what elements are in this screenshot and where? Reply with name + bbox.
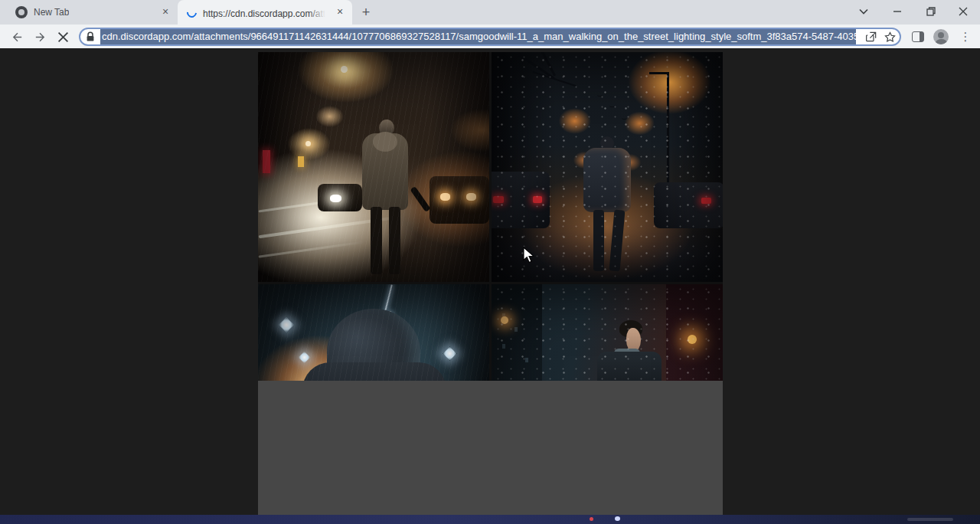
stop-loading-button[interactable] bbox=[53, 27, 73, 47]
close-tab-icon[interactable]: × bbox=[334, 6, 346, 18]
forward-button[interactable] bbox=[30, 27, 50, 47]
image-loading-placeholder bbox=[258, 381, 723, 515]
lock-icon[interactable] bbox=[80, 31, 100, 42]
browser-menu-kebab-icon[interactable]: ⋮ bbox=[959, 27, 972, 47]
url-text-selected[interactable]: cdn.discordapp.com/attachments/966491171… bbox=[100, 29, 856, 44]
bookmark-star-icon[interactable] bbox=[880, 29, 899, 44]
page-content bbox=[0, 48, 980, 515]
new-tab-button[interactable]: + bbox=[357, 4, 375, 22]
windows-taskbar-sliver[interactable] bbox=[0, 515, 980, 524]
toolbar: cdn.discordapp.com/attachments/966491171… bbox=[0, 25, 980, 48]
close-tab-icon[interactable]: × bbox=[159, 6, 172, 18]
taskbar-icon-white bbox=[615, 516, 620, 521]
tab-title: https://cdn.discordapp.com/atta bbox=[203, 6, 325, 18]
generated-image-bottom-right bbox=[492, 284, 723, 381]
tab-new-tab[interactable]: New Tab × bbox=[8, 0, 178, 25]
generated-image-bottom-left bbox=[258, 284, 489, 381]
image-loaded-area bbox=[258, 52, 723, 381]
chevron-down-icon[interactable] bbox=[848, 0, 879, 23]
attachment-image[interactable] bbox=[258, 52, 723, 515]
generated-image-top-left bbox=[258, 52, 489, 282]
close-window-button[interactable] bbox=[948, 0, 978, 23]
tab-title: New Tab bbox=[34, 7, 69, 18]
taskbar-clock-smudge bbox=[907, 518, 953, 521]
taskbar-icon-red bbox=[590, 517, 593, 521]
minimize-button[interactable] bbox=[882, 0, 913, 23]
tab-discord-attachment[interactable]: https://cdn.discordapp.com/atta × bbox=[178, 0, 352, 25]
tab-strip: New Tab × https://cdn.discordapp.com/att… bbox=[0, 0, 980, 25]
generated-image-top-right bbox=[492, 52, 723, 282]
loading-spinner-icon bbox=[185, 5, 198, 19]
back-button[interactable] bbox=[7, 27, 27, 47]
chromium-favicon-icon bbox=[15, 6, 28, 18]
side-panel-icon[interactable] bbox=[912, 31, 924, 42]
profile-avatar-icon[interactable] bbox=[933, 29, 949, 44]
share-icon[interactable] bbox=[862, 29, 880, 44]
address-bar[interactable]: cdn.discordapp.com/attachments/966491171… bbox=[79, 28, 901, 46]
restore-button[interactable] bbox=[916, 0, 946, 23]
